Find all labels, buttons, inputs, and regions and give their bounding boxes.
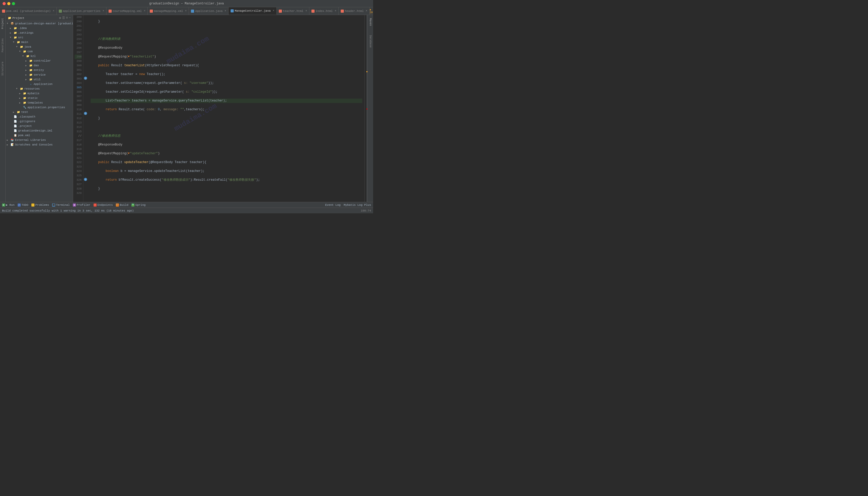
tree-com[interactable]: ▼ 📁 com (6, 49, 73, 54)
html-icon-2 (312, 10, 315, 13)
tree-src[interactable]: ▼ 📁 src (6, 35, 73, 40)
src-arrow: ▼ (10, 36, 13, 39)
tree-scratches[interactable]: ▶ 📝 Scratches and Consoles (6, 142, 73, 147)
tab-pom-label: pom.xml (graduationDesign) (6, 10, 51, 13)
tab-indexhtml[interactable]: index.html × (309, 7, 339, 15)
profiler-icon: ◉ (73, 203, 76, 206)
tree-pom[interactable]: 📋 pom.xml (6, 133, 73, 138)
problems-button[interactable]: ⚠ Problems (31, 203, 49, 206)
tree-gitignore[interactable]: 📄 .gitignore (6, 119, 73, 124)
tab-headerhtml[interactable]: header.html × (339, 7, 370, 15)
tab-headerhtml-label: header.html (345, 10, 364, 13)
tree-test[interactable]: ▶ 📁 test (6, 110, 73, 114)
tab-pom[interactable]: pom.xml (graduationDesign) × (0, 7, 57, 15)
classpath-icon: 📄 (14, 115, 17, 119)
scroll-error-marker (366, 108, 368, 109)
tab-appprops-label: application.properties (63, 10, 101, 13)
expand-icon[interactable]: ☰ (62, 16, 65, 20)
collapse-icon[interactable]: ≡ (66, 16, 68, 20)
scratches-icon: 📝 (10, 143, 14, 146)
tree-classpath[interactable]: 📄 .classpath (6, 114, 73, 119)
tab-indexhtml-close[interactable]: × (335, 10, 336, 12)
left-tab-project[interactable]: Project (1, 16, 4, 31)
com-arrow: ▼ (19, 50, 22, 53)
terminal-button[interactable]: ⬛ Terminal (52, 203, 70, 206)
tree-resources[interactable]: ▼ 📁 resources (6, 87, 73, 91)
test-folder-icon: 📁 (17, 110, 20, 114)
tab-teacherhtml-label: teacher.html (283, 10, 303, 13)
tree-util[interactable]: ▶ 📁 util (6, 77, 73, 82)
tree-kzl[interactable]: ▼ 📁 kzl (6, 54, 73, 59)
right-icon-strip: Maven Database (368, 15, 373, 202)
java-arrow: ▼ (16, 46, 19, 48)
endpoints-button[interactable]: ⚡ Endpoints (93, 203, 113, 206)
tab-teacherhtml-close[interactable]: × (305, 10, 307, 12)
event-log-button[interactable]: Event Log (325, 203, 341, 206)
java-icon (191, 10, 194, 13)
tree-mybatis[interactable]: ▶ 📁 mybatis (6, 91, 73, 96)
tab-teacherhtml[interactable]: teacher.html × (277, 7, 309, 15)
tree-entity[interactable]: ▶ 📁 entity (6, 68, 73, 73)
right-tab-maven[interactable]: Maven (369, 16, 372, 28)
tab-managemap-close[interactable]: × (185, 10, 186, 12)
left-tab-structure[interactable]: Structure (1, 60, 4, 78)
tab-managectrl-close[interactable]: × (273, 9, 274, 12)
tree-appprops[interactable]: 🔧 application.properties (6, 105, 73, 110)
tree-application-java[interactable]: ☕ Application (6, 82, 73, 87)
run-button[interactable]: ▶ ▶ Run (2, 203, 15, 206)
tab-pom-close[interactable]: × (53, 10, 55, 12)
resources-folder-icon: 📁 (20, 87, 23, 91)
tree-controller[interactable]: ▶ 📁 controller (6, 59, 73, 63)
right-tab-database[interactable]: Database (369, 33, 372, 50)
tab-managemap[interactable]: manageMapping.xml × (148, 7, 189, 15)
tree-static[interactable]: ▶ 📁 static (6, 96, 73, 100)
tab-managectrl-label: ManageController.java (235, 9, 271, 12)
title-bar: graduationDesign – ManageController.java (0, 0, 373, 7)
right-scroll-panel[interactable] (364, 15, 368, 202)
tab-managectrl[interactable]: ManageController.java × (228, 7, 277, 15)
profiler-button[interactable]: ◉ Profiler (73, 203, 90, 206)
tree-java[interactable]: ▼ 📁 java (6, 45, 73, 49)
scratches-label: Scratches and Consoles (15, 143, 53, 146)
code-text[interactable]: } //查询教师列表 @ResponseBody @RequestMapping… (89, 15, 364, 202)
tree-service[interactable]: ▶ 📁 service (6, 73, 73, 77)
mybatis-log-label: Mybatis Log Plus (344, 203, 371, 206)
minimize-button[interactable] (7, 2, 10, 5)
tab-appjava-close[interactable]: × (225, 10, 226, 12)
tree-idea[interactable]: ▶ 📁 .idea (6, 26, 73, 31)
todo-button[interactable]: ✓ TODO (18, 203, 28, 206)
tab-appjava[interactable]: Application.java × (189, 7, 228, 15)
code-editor[interactable]: 289290291292293 294295296297298 29930030… (73, 15, 368, 202)
tab-headerhtml-close[interactable]: × (366, 10, 368, 12)
code-line-291: //查询教师列表 (91, 37, 362, 42)
tab-appprops-close[interactable]: × (103, 10, 104, 12)
project-icon: 📁 (8, 16, 11, 20)
mybatis-log-button[interactable]: Mybatis Log Plus (344, 203, 371, 206)
tree-ext-libs[interactable]: ▶ 📚 External Libraries (6, 138, 73, 142)
build-button[interactable]: 🔨 Build (116, 203, 128, 206)
tree-settings[interactable]: ▶ 📁 .settings (6, 31, 73, 35)
sidebar-toolbar[interactable]: ⚙ ☰ ≡ − (59, 16, 71, 20)
run-label: ▶ Run (6, 203, 15, 206)
tree-project-file[interactable]: 📄 .project (6, 124, 73, 128)
tree-dao[interactable]: ▶ 📁 dao (6, 63, 73, 68)
settings-icon[interactable]: ⚙ (59, 16, 61, 20)
tab-coursemap-close[interactable]: × (144, 10, 145, 12)
left-tab-favorites[interactable]: Favorites (1, 36, 4, 55)
templates-label: templates (28, 101, 43, 104)
tree-iml[interactable]: 📄 graduationDesign.iml (6, 128, 73, 133)
left-icon-strip: Project Favorites Structure (0, 15, 6, 202)
maximize-button[interactable] (12, 2, 15, 5)
service-label: service (34, 73, 46, 76)
tree-root[interactable]: ▼ 📦 graduation-design-master [graduation… (6, 21, 73, 26)
tree-main[interactable]: ▼ 📁 main (6, 40, 73, 45)
root-folder-icon: 📦 (10, 22, 14, 25)
xml-icon-3 (150, 10, 153, 13)
tab-appprops[interactable]: application.properties × (57, 7, 106, 15)
tree-templates[interactable]: ▶ 📁 templates (6, 100, 73, 105)
close-sidebar-icon[interactable]: − (69, 16, 71, 20)
spring-button[interactable]: 🍃 Spring (131, 203, 146, 206)
tab-coursemap[interactable]: courseMapping.xml × (106, 7, 148, 15)
close-button[interactable] (3, 2, 6, 5)
window-controls[interactable] (3, 2, 15, 5)
